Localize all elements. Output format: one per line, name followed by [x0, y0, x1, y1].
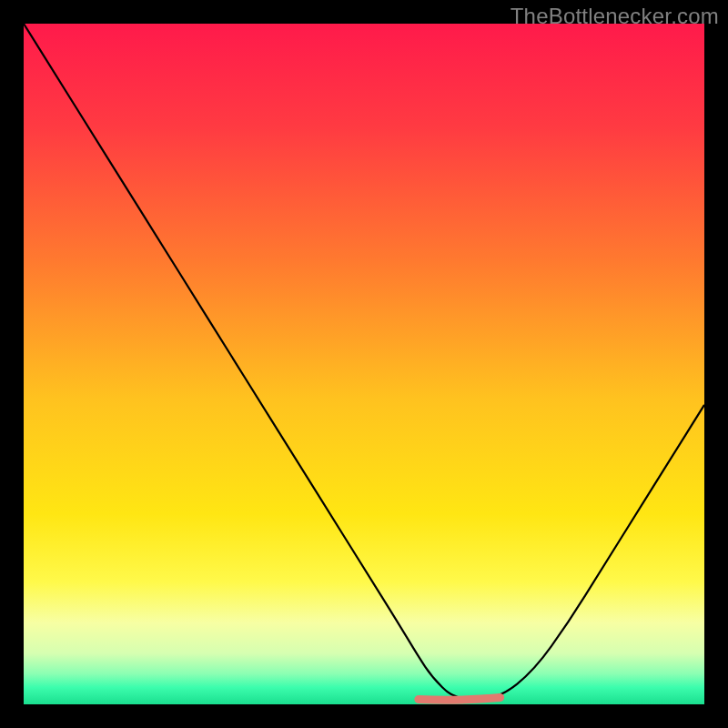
chart-stage: TheBottlenecker.com — [0, 0, 728, 728]
plot-area — [24, 24, 704, 704]
gradient-background — [24, 24, 704, 704]
optimal-range-highlight — [419, 698, 500, 701]
chart-svg — [24, 24, 704, 704]
